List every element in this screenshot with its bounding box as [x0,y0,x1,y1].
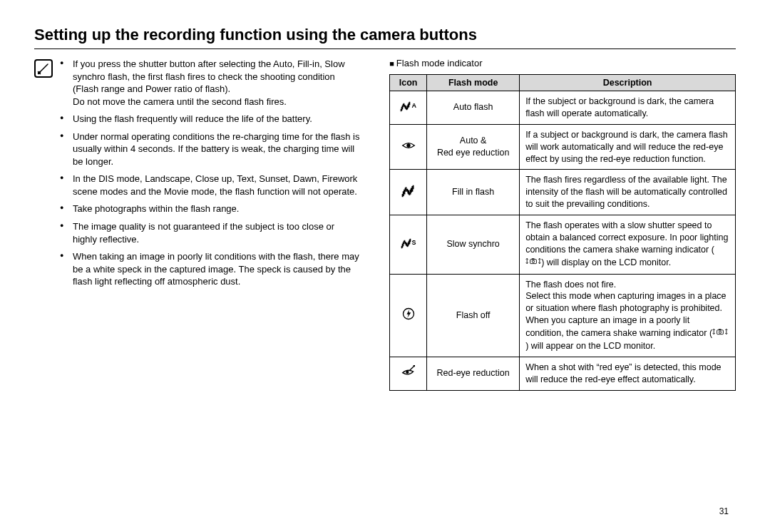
svg-point-3 [533,260,535,262]
right-column: Flash mode indicator Icon Flash mode Des… [389,58,736,391]
table-row: 🗲 Fill in flash The flash fires regardle… [390,170,736,215]
note-text: Take photographs within the flash range. [73,203,239,214]
note-box: If you press the shutter button after se… [34,58,361,293]
red-eye-fix-icon [390,357,427,390]
mode-cell: Auto flash [427,91,520,125]
note-item: If you press the shutter button after se… [60,58,361,108]
notes-list: If you press the shutter button after se… [60,58,361,293]
page-number: 31 [719,506,729,516]
slow-synchro-icon: 🗲S [390,215,427,275]
flash-off-icon [390,274,427,357]
table-row: 🗲A Auto flash If the subject or backgrou… [390,91,736,125]
camera-shake-icon [712,327,728,340]
desc-post: ) will appear on the LCD monitor. [525,341,655,351]
mode-cell: Red-eye reduction [427,357,520,390]
note-item: Using the flash frequently will reduce t… [60,113,361,126]
svg-rect-2 [532,258,535,259]
desc-cell: The flash fires regardless of the availa… [520,170,736,215]
desc-cell: The flash operates with a slow shutter s… [520,215,736,275]
flash-auto-icon: 🗲A [390,91,427,125]
note-text: The image quality is not guaranteed if t… [73,221,334,245]
mode-cell: Slow synchro [427,215,520,275]
header-icon: Icon [390,75,427,91]
note-item: Under normal operating conditions the re… [60,131,361,168]
table-row: Flash off The flash does not fire. Selec… [390,274,736,357]
fill-flash-icon: 🗲 [390,170,427,215]
header-mode: Flash mode [427,75,520,91]
note-subtext: Do not move the camera until the second … [73,96,361,108]
desc-pre: The flash operates with a slow shutter s… [525,220,728,255]
desc-cell: When a shot with “red eye” is detected, … [520,357,736,390]
table-row: Red-eye reduction When a shot with “red … [390,357,736,390]
svg-point-8 [406,371,409,374]
note-icon [34,59,53,78]
desc-pre: The flash does not fire. Select this mod… [525,280,726,338]
desc-cell: The flash does not fire. Select this mod… [520,274,736,357]
note-item: When taking an image in poorly lit condi… [60,250,361,288]
note-item: Take photographs within the flash range. [60,203,361,215]
mode-cell: Fill in flash [427,170,520,215]
mode-cell: Flash off [427,274,520,357]
svg-point-0 [406,143,410,147]
two-column-layout: If you press the shutter button after se… [34,58,736,391]
section-label: Flash mode indicator [389,58,736,68]
note-text: Using the flash frequently will reduce t… [73,113,312,124]
desc-cell: If the subject or background is dark, th… [520,91,736,125]
note-text: If you press the shutter button after se… [73,58,345,94]
note-text: In the DIS mode, Landscape, Close up, Te… [73,173,357,197]
header-desc: Description [520,75,736,91]
flash-mode-table: Icon Flash mode Description 🗲A Auto flas… [389,74,736,391]
svg-rect-6 [719,329,722,329]
table-row: 🗲S Slow synchro The flash operates with … [390,215,736,275]
title-divider [34,48,736,49]
manual-page: Setting up the recording function using … [0,0,770,532]
table-row: Auto & Red eye reduction If a subject or… [390,124,736,170]
note-item: In the DIS mode, Landscape, Close up, Te… [60,173,361,198]
note-text: Under normal operating conditions the re… [73,131,360,167]
table-header-row: Icon Flash mode Description [390,75,736,91]
left-column: If you press the shutter button after se… [34,58,361,391]
desc-post: ) will display on the LCD monitor. [541,257,671,267]
page-title: Setting up the recording function using … [34,26,736,44]
note-text: When taking an image in poorly lit condi… [73,251,359,287]
desc-cell: If a subject or background is dark, the … [520,124,736,170]
note-item: The image quality is not guaranteed if t… [60,220,361,245]
svg-point-7 [719,331,721,333]
camera-shake-icon [525,256,541,270]
red-eye-icon [390,124,427,170]
mode-cell: Auto & Red eye reduction [427,124,520,170]
